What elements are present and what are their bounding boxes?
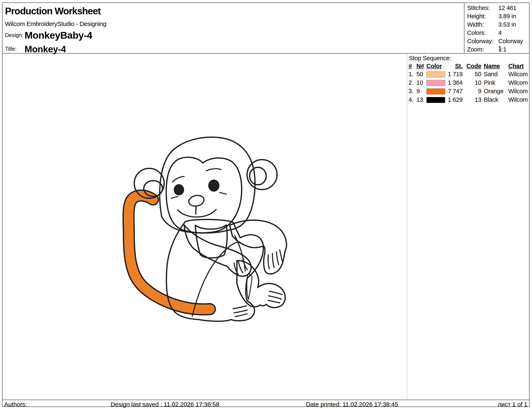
philtrum-line [196,207,196,214]
stop-sequence-header-row: # N# Color St. Code Name Chart [2,63,529,70]
worksheet-page: Production Worksheet Wilcom EmbroiderySt… [2,2,530,407]
stats-box-divider [464,3,465,54]
right-eye [208,180,219,192]
stop-sequence-row: 1. 50 1 719 50 Sand Wilcom [2,71,529,78]
stat-stitches: Stitches:12 461 [467,5,528,13]
stop-sequence-row: 4. 13 1 629 13 Black Wilcom [2,96,529,104]
monkey-facial-features [171,169,226,217]
col-header-st: St. [444,63,463,70]
col-header-code: Code [463,63,481,70]
right-hand-finger-lines [268,250,282,269]
date-printed-timestamp: Date printed: 11.02.2026 17:38:45 [306,401,398,408]
right-eye-stitch [220,192,226,194]
monkey-head [160,137,255,233]
stop-sequence-title: Stop Sequence: [409,55,451,62]
col-header-n: N# [417,63,426,70]
monkey-right-ear [247,160,277,190]
header-divider [2,53,529,54]
left-eye-stitch [171,196,178,198]
sheet-number: лист 1 of 1 [498,401,527,408]
footer-divider [2,400,529,400]
col-header-name: Name [484,63,507,70]
monkey-right-foot [237,261,285,308]
last-saved-timestamp: Design last saved : 11.02.2026 17:36:58 [111,401,219,408]
right-eyebrow [206,169,221,171]
stat-colorway: Colorway:Colorway 1 [467,38,528,46]
nose [188,194,205,207]
stat-zoom: Zoom:1:1 [467,46,528,55]
design-label: Design: [5,32,23,38]
color-swatch-sand [427,72,445,77]
col-header-chart: Chart [508,63,532,70]
stat-colors: Colors:4 [467,29,528,38]
color-swatch-orange [427,89,445,94]
left-eyebrow [172,176,184,182]
stop-panel-divider [407,54,407,400]
stop-sequence-row: 3. 9 7 747 9 Orange Wilcom [2,88,529,95]
title-label: Title: [5,46,16,52]
stat-width: Width:3.53 in [467,21,528,29]
col-header-num: # [408,63,416,70]
app-subtitle: Wilcom EmbroideryStudio - Designing [5,20,106,27]
page-title: Production Worksheet [5,5,101,17]
design-name: MonkeyBaby-4 [25,29,92,41]
smile [178,209,216,217]
color-swatch-pink [427,80,445,86]
monkey-illustration [112,128,291,325]
left-eye [174,184,184,195]
stat-height: Height:3.89 in [467,13,528,21]
design-title: Monkey-4 [25,44,66,55]
shin-notch [247,274,252,300]
design-preview [112,128,291,325]
color-swatch-black [427,97,445,103]
authors-label: Authors: [4,401,27,408]
stop-sequence-row: 2. 10 1 364 10 Pink Wilcom [2,79,529,87]
col-header-color: Color [427,63,445,70]
